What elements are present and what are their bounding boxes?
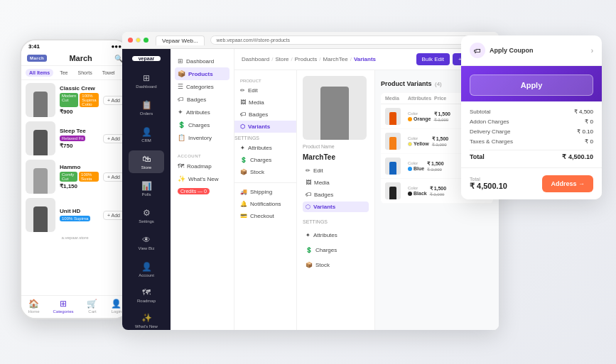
mid-nav-attributes[interactable]: ✦ Attributes: [175, 106, 229, 118]
mid-nav-label: Dashboard: [186, 58, 214, 65]
whatsnew-icon: ✨: [141, 313, 152, 323]
add-product-button[interactable]: + Add: [103, 172, 124, 182]
products-mid-icon: 📦: [178, 70, 185, 77]
list-item[interactable]: Classic Crew Modern Cut 100% Supima Cott…: [26, 83, 124, 117]
nav-login[interactable]: 👤 Login: [111, 299, 121, 314]
mid-nav-dashboard[interactable]: ⊞ Dashboard: [175, 55, 229, 67]
attributes-sub-icon: ✦: [240, 145, 245, 151]
sidebar-item-crm[interactable]: 👤 CRM: [129, 123, 164, 146]
sub-sidebar-shipping: 🚚 Shipping 🔔 Notifications 💳 Checkout: [234, 182, 296, 222]
media-action-label: Media: [314, 180, 330, 186]
footer-total: Total ₹ 4,500.10: [470, 177, 507, 191]
add-product-button[interactable]: + Add: [103, 134, 124, 143]
mid-nav-roadmap[interactable]: 🗺 Roadmap: [175, 160, 229, 172]
th-attributes: Attributes: [408, 96, 431, 101]
sub-nav-badges[interactable]: 🏷 Badges: [234, 109, 296, 121]
breadcrumb-products[interactable]: Products: [295, 56, 318, 62]
sub-nav-charges[interactable]: 💲 Charges: [234, 154, 296, 166]
mid-nav-products[interactable]: 📦 Products: [175, 67, 229, 80]
badges-sub-icon: 🏷: [240, 111, 246, 118]
bulk-edit-button[interactable]: Bulk Edit: [416, 53, 450, 65]
sub-nav-stock[interactable]: 📦 Stock: [234, 166, 296, 178]
nav-cart[interactable]: 🛒 Cart: [87, 299, 97, 314]
phone-tab-tee[interactable]: Tee: [56, 69, 71, 77]
breadcrumb-store[interactable]: Store: [275, 56, 288, 62]
color-swatch: [408, 167, 412, 171]
account-icon: 👤: [141, 262, 152, 272]
sidebar-item-label: Polls: [141, 192, 151, 197]
coupon-label: Apply Coupon: [490, 47, 534, 54]
product-panel: Product Name MarchTee ✏ Edit 🖼 Media: [297, 70, 375, 330]
sub-nav-attributes[interactable]: ✦ Attributes: [234, 142, 296, 154]
footer-total-value: ₹ 4,500.10: [470, 182, 507, 191]
sidebar-item-orders[interactable]: 📋 Orders: [129, 96, 164, 119]
breadcrumb-dashboard[interactable]: Dashboard: [242, 56, 269, 62]
sub-nav-label: Attributes: [248, 145, 272, 151]
middle-sidebar: ⊞ Dashboard 📦 Products ☰ Categories 🏷 Ba…: [171, 49, 234, 330]
sidebar-item-whatsnew[interactable]: ✨ What's New: [129, 309, 164, 330]
list-item[interactable]: Sleep Tee Relaxed Fit ₹750 + Add: [26, 121, 124, 155]
mid-nav-credits[interactable]: Credits — 0: [175, 185, 229, 197]
browser-dot-close[interactable]: [128, 38, 133, 43]
nav-categories[interactable]: ⊞ Categories: [53, 299, 73, 314]
apply-button[interactable]: Apply: [470, 75, 593, 96]
sidebar-item-polls[interactable]: 📊 Polls: [129, 177, 164, 200]
browser-dot-maximize[interactable]: [144, 38, 148, 43]
list-item[interactable]: Unit HD 100% Supima + Add: [26, 198, 124, 232]
sub-nav-notifications[interactable]: 🔔 Notifications: [234, 198, 296, 210]
sub-nav-shipping[interactable]: 🚚 Shipping: [234, 186, 296, 198]
account-section-label: Account: [175, 151, 229, 160]
phone-tab-shorts[interactable]: Shorts: [74, 69, 95, 77]
sub-nav-variants[interactable]: ⬡ Variants: [234, 121, 296, 133]
sidebar-item-store[interactable]: 🛍 Store: [129, 150, 164, 173]
sub-nav-label: Media: [249, 99, 264, 106]
sub-nav-media[interactable]: 🖼 Media: [234, 96, 296, 109]
address-button[interactable]: Address →: [542, 175, 593, 192]
browser-dot-minimize[interactable]: [136, 38, 141, 43]
phone-tab-all[interactable]: All Items: [26, 69, 53, 77]
phone-tab-towel[interactable]: Towel: [99, 69, 119, 77]
sidebar-item-roadmap[interactable]: 🗺 Roadmap: [129, 284, 164, 307]
mid-nav-badges[interactable]: 🏷 Badges: [175, 93, 229, 106]
sub-nav-label: Checkout: [250, 213, 274, 219]
sidebar-whatsnew-label: What's New: [135, 324, 158, 329]
product-attributes-action[interactable]: ✦ Attributes: [303, 230, 369, 241]
product-price: ₹1,150: [60, 183, 99, 189]
product-edit-action[interactable]: ✏ Edit: [303, 165, 369, 176]
browser-url[interactable]: web.vepaar.com/#/store-products: [210, 35, 493, 45]
product-stock-action[interactable]: 📦 Stock: [303, 260, 369, 270]
phone-status-bar: 3:41 ●●●: [21, 40, 129, 51]
delivery-value: ₹ 0.10: [577, 128, 593, 135]
add-product-button[interactable]: + Add: [103, 96, 124, 105]
breadcrumb-marchtee[interactable]: MarchTee: [323, 56, 348, 62]
mid-nav-label: Categories: [186, 84, 214, 90]
login-icon: 👤: [111, 299, 121, 309]
list-item[interactable]: Hammo Comfy Cut 100% Susta ₹1,150 + Add: [26, 160, 124, 194]
mid-nav-charges[interactable]: 💲 Charges: [175, 118, 229, 131]
mid-nav-inventory[interactable]: 📋 Inventory: [175, 131, 229, 144]
summary-addon-row: Addon Charges ₹ 0: [470, 118, 593, 125]
variant-thumbnail: [385, 182, 401, 199]
mid-nav-categories[interactable]: ☰ Categories: [175, 80, 229, 93]
sidebar-item-account[interactable]: 👤 Account: [129, 258, 164, 281]
settings-label: Settings: [303, 216, 369, 226]
nav-home[interactable]: 🏠 Home: [28, 299, 39, 314]
sidebar-item-settings[interactable]: ⚙ Settings: [129, 204, 164, 227]
product-main-image: [303, 76, 367, 140]
product-media-action[interactable]: 🖼 Media: [303, 177, 369, 188]
product-badges-action[interactable]: 🏷 Badges: [303, 189, 369, 200]
sidebar-item-viewbiz[interactable]: 👁 View Biz: [129, 231, 164, 254]
product-image: [26, 160, 55, 194]
browser-bar: Vepaar Web... web.vepaar.com/#/store-pro…: [122, 32, 499, 49]
add-product-button[interactable]: + Add: [103, 211, 124, 220]
sidebar-item-dashboard[interactable]: ⊞ Dashboard: [129, 70, 164, 92]
sub-nav-edit[interactable]: ✏ Edit: [234, 84, 296, 96]
coupon-section[interactable]: 🏷 Apply Coupon ›: [461, 35, 602, 66]
product-charges-action[interactable]: 💲 Charges: [303, 245, 369, 255]
attributes-action-label: Attributes: [313, 232, 337, 238]
sub-nav-checkout[interactable]: 💳 Checkout: [234, 210, 296, 222]
browser-tab[interactable]: Vepaar Web...: [156, 35, 205, 45]
mid-nav-whatsnew[interactable]: ✨ What's New: [175, 172, 229, 185]
product-variants-action[interactable]: ⬡ Variants: [303, 202, 369, 212]
sidebar-item-label: Orders: [140, 111, 153, 116]
